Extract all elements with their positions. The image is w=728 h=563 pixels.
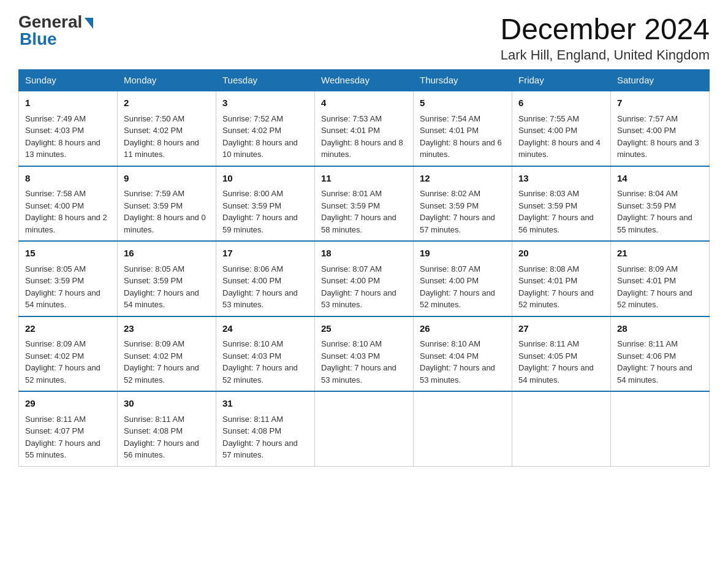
day-number: 12: [420, 172, 506, 186]
day-number: 2: [124, 96, 210, 110]
calendar-cell: 23 Sunrise: 8:09 AMSunset: 4:02 PMDaylig…: [118, 316, 216, 392]
calendar-cell: 6 Sunrise: 7:55 AMSunset: 4:00 PMDayligh…: [512, 91, 611, 166]
day-number: 17: [222, 247, 308, 261]
day-number: 31: [222, 397, 308, 411]
day-number: 15: [25, 247, 111, 261]
calendar-cell: 28 Sunrise: 8:11 AMSunset: 4:06 PMDaylig…: [611, 316, 710, 392]
weekday-header-saturday: Saturday: [611, 70, 710, 91]
day-number: 20: [518, 247, 604, 261]
calendar-cell: [512, 391, 611, 466]
day-info: Sunrise: 8:10 AMSunset: 4:03 PMDaylight:…: [321, 339, 396, 385]
weekday-header-sunday: Sunday: [19, 70, 118, 91]
day-info: Sunrise: 8:00 AMSunset: 3:59 PMDaylight:…: [222, 189, 298, 234]
calendar-cell: [315, 391, 414, 466]
logo-arrow-icon: [85, 18, 93, 29]
day-info: Sunrise: 8:09 AMSunset: 4:02 PMDaylight:…: [25, 339, 100, 385]
day-info: Sunrise: 7:55 AMSunset: 4:00 PMDaylight:…: [518, 114, 601, 159]
weekday-header-wednesday: Wednesday: [315, 70, 414, 91]
day-number: 22: [25, 322, 111, 336]
calendar-cell: 26 Sunrise: 8:10 AMSunset: 4:04 PMDaylig…: [414, 316, 512, 392]
title-block: December 2024 Lark Hill, England, United…: [500, 12, 710, 63]
calendar-week-2: 8 Sunrise: 7:58 AMSunset: 4:00 PMDayligh…: [19, 166, 710, 242]
day-info: Sunrise: 7:49 AMSunset: 4:03 PMDaylight:…: [25, 114, 100, 159]
calendar-cell: 17 Sunrise: 8:06 AMSunset: 4:00 PMDaylig…: [216, 241, 315, 316]
calendar-cell: 24 Sunrise: 8:10 AMSunset: 4:03 PMDaylig…: [216, 316, 315, 392]
calendar-cell: 13 Sunrise: 8:03 AMSunset: 3:59 PMDaylig…: [512, 166, 611, 242]
day-number: 9: [124, 172, 210, 186]
calendar-cell: 14 Sunrise: 8:04 AMSunset: 3:59 PMDaylig…: [611, 166, 710, 242]
calendar-cell: 11 Sunrise: 8:01 AMSunset: 3:59 PMDaylig…: [315, 166, 414, 242]
day-number: 19: [420, 247, 506, 261]
day-info: Sunrise: 7:53 AMSunset: 4:01 PMDaylight:…: [321, 114, 403, 159]
calendar-cell: [611, 391, 710, 466]
day-info: Sunrise: 8:03 AMSunset: 3:59 PMDaylight:…: [518, 189, 594, 234]
calendar-cell: 25 Sunrise: 8:10 AMSunset: 4:03 PMDaylig…: [315, 316, 414, 392]
calendar-table: SundayMondayTuesdayWednesdayThursdayFrid…: [18, 69, 710, 467]
calendar-cell: 16 Sunrise: 8:05 AMSunset: 3:59 PMDaylig…: [118, 241, 216, 316]
day-number: 21: [617, 247, 703, 261]
calendar-cell: 27 Sunrise: 8:11 AMSunset: 4:05 PMDaylig…: [512, 316, 611, 392]
day-info: Sunrise: 8:02 AMSunset: 3:59 PMDaylight:…: [420, 189, 495, 234]
day-number: 18: [321, 247, 407, 261]
day-info: Sunrise: 8:09 AMSunset: 4:01 PMDaylight:…: [617, 264, 692, 310]
calendar-cell: 12 Sunrise: 8:02 AMSunset: 3:59 PMDaylig…: [414, 166, 512, 242]
calendar-cell: 7 Sunrise: 7:57 AMSunset: 4:00 PMDayligh…: [611, 91, 710, 166]
logo-blue: Blue: [18, 29, 57, 49]
weekday-header-row: SundayMondayTuesdayWednesdayThursdayFrid…: [19, 70, 710, 91]
weekday-header-friday: Friday: [512, 70, 611, 91]
day-info: Sunrise: 7:58 AMSunset: 4:00 PMDaylight:…: [25, 189, 107, 234]
calendar-week-3: 15 Sunrise: 8:05 AMSunset: 3:59 PMDaylig…: [19, 241, 710, 316]
page-subtitle: Lark Hill, England, United Kingdom: [500, 47, 710, 63]
calendar-week-4: 22 Sunrise: 8:09 AMSunset: 4:02 PMDaylig…: [19, 316, 710, 392]
calendar-cell: 10 Sunrise: 8:00 AMSunset: 3:59 PMDaylig…: [216, 166, 315, 242]
weekday-header-thursday: Thursday: [414, 70, 512, 91]
day-number: 1: [25, 96, 111, 110]
calendar-week-1: 1 Sunrise: 7:49 AMSunset: 4:03 PMDayligh…: [19, 91, 710, 166]
day-info: Sunrise: 8:09 AMSunset: 4:02 PMDaylight:…: [124, 339, 199, 385]
calendar-cell: 3 Sunrise: 7:52 AMSunset: 4:02 PMDayligh…: [216, 91, 315, 166]
day-info: Sunrise: 8:11 AMSunset: 4:06 PMDaylight:…: [617, 339, 692, 385]
day-number: 4: [321, 96, 407, 110]
day-info: Sunrise: 7:50 AMSunset: 4:02 PMDaylight:…: [124, 114, 199, 159]
calendar-cell: 2 Sunrise: 7:50 AMSunset: 4:02 PMDayligh…: [118, 91, 216, 166]
calendar-cell: 9 Sunrise: 7:59 AMSunset: 3:59 PMDayligh…: [118, 166, 216, 242]
day-number: 3: [222, 96, 308, 110]
weekday-header-tuesday: Tuesday: [216, 70, 315, 91]
day-number: 30: [124, 397, 210, 411]
day-info: Sunrise: 8:05 AMSunset: 3:59 PMDaylight:…: [25, 264, 100, 310]
day-info: Sunrise: 7:54 AMSunset: 4:01 PMDaylight:…: [420, 114, 502, 159]
calendar-cell: 15 Sunrise: 8:05 AMSunset: 3:59 PMDaylig…: [19, 241, 118, 316]
calendar-cell: 18 Sunrise: 8:07 AMSunset: 4:00 PMDaylig…: [315, 241, 414, 316]
day-number: 7: [617, 96, 703, 110]
calendar-cell: 22 Sunrise: 8:09 AMSunset: 4:02 PMDaylig…: [19, 316, 118, 392]
day-info: Sunrise: 7:52 AMSunset: 4:02 PMDaylight:…: [222, 114, 298, 159]
calendar-cell: 29 Sunrise: 8:11 AMSunset: 4:07 PMDaylig…: [19, 391, 118, 466]
day-info: Sunrise: 8:11 AMSunset: 4:08 PMDaylight:…: [222, 415, 298, 460]
day-number: 8: [25, 172, 111, 186]
day-number: 11: [321, 172, 407, 186]
day-info: Sunrise: 8:04 AMSunset: 3:59 PMDaylight:…: [617, 189, 692, 234]
calendar-cell: 31 Sunrise: 8:11 AMSunset: 4:08 PMDaylig…: [216, 391, 315, 466]
day-number: 28: [617, 322, 703, 336]
calendar-cell: 30 Sunrise: 8:11 AMSunset: 4:08 PMDaylig…: [118, 391, 216, 466]
day-info: Sunrise: 8:11 AMSunset: 4:08 PMDaylight:…: [124, 415, 199, 460]
day-info: Sunrise: 8:07 AMSunset: 4:00 PMDaylight:…: [420, 264, 495, 310]
calendar-cell: 20 Sunrise: 8:08 AMSunset: 4:01 PMDaylig…: [512, 241, 611, 316]
day-number: 13: [518, 172, 604, 186]
day-info: Sunrise: 8:10 AMSunset: 4:04 PMDaylight:…: [420, 339, 495, 385]
calendar-cell: 4 Sunrise: 7:53 AMSunset: 4:01 PMDayligh…: [315, 91, 414, 166]
day-info: Sunrise: 8:08 AMSunset: 4:01 PMDaylight:…: [518, 264, 594, 310]
day-number: 24: [222, 322, 308, 336]
day-info: Sunrise: 8:11 AMSunset: 4:07 PMDaylight:…: [25, 415, 100, 460]
day-info: Sunrise: 8:11 AMSunset: 4:05 PMDaylight:…: [518, 339, 594, 385]
day-info: Sunrise: 8:01 AMSunset: 3:59 PMDaylight:…: [321, 189, 396, 234]
calendar-cell: [414, 391, 512, 466]
weekday-header-monday: Monday: [118, 70, 216, 91]
day-info: Sunrise: 7:57 AMSunset: 4:00 PMDaylight:…: [617, 114, 699, 159]
day-number: 6: [518, 96, 604, 110]
calendar-cell: 1 Sunrise: 7:49 AMSunset: 4:03 PMDayligh…: [19, 91, 118, 166]
day-info: Sunrise: 7:59 AMSunset: 3:59 PMDaylight:…: [124, 189, 206, 234]
calendar-cell: 8 Sunrise: 7:58 AMSunset: 4:00 PMDayligh…: [19, 166, 118, 242]
day-info: Sunrise: 8:10 AMSunset: 4:03 PMDaylight:…: [222, 339, 298, 385]
day-number: 14: [617, 172, 703, 186]
